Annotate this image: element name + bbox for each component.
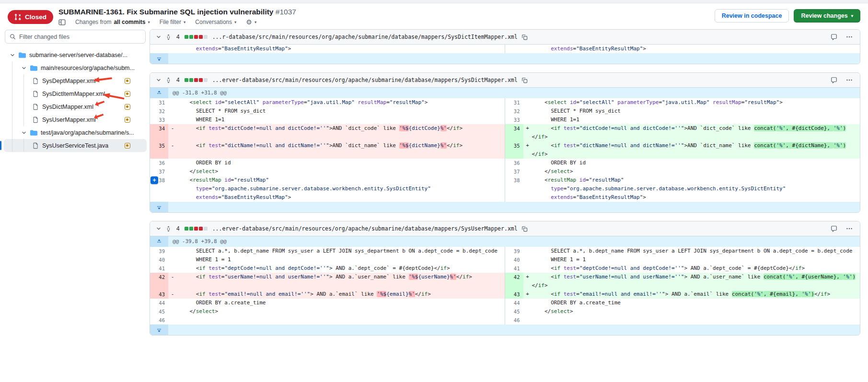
diff-marker <box>168 255 177 264</box>
old-code-cell: 46 <box>150 316 505 324</box>
file-icon <box>33 116 39 123</box>
code-line: <if test="dictName!=null and dictName!='… <box>177 141 505 159</box>
chevron-down-icon: ▾ <box>851 13 853 18</box>
file-path-link[interactable]: ...erver-database/src/main/resources/org… <box>212 225 518 232</box>
new-code-cell: 35+ <if test="dictName!=null and dictNam… <box>505 141 860 159</box>
line-number: 41 <box>150 264 168 273</box>
diff-marker <box>523 45 532 53</box>
expand-down-button[interactable] <box>150 53 168 64</box>
expand-up-button[interactable] <box>150 88 168 98</box>
line-number: 33 <box>505 116 523 124</box>
file-modified-icon <box>125 78 130 84</box>
code-line: WHERE 1 = 1 <box>532 255 860 264</box>
chevron-down-icon[interactable] <box>21 65 27 71</box>
collapse-file-chevron-icon[interactable] <box>156 226 162 232</box>
sidebar-item-submarine-server-server-database[interactable]: submarine-server/server-database/... <box>4 48 147 61</box>
code-line: <if test="userName!=null and userName!='… <box>177 273 505 290</box>
line-number: 39 <box>505 247 523 255</box>
line-number: 45 <box>150 307 168 316</box>
conversations-label: Conversations <box>195 19 232 25</box>
diff-settings-dropdown[interactable]: ⚙ ▾ <box>246 18 256 26</box>
diffstat-block-add <box>185 227 188 231</box>
sidebar-item-main-resources-org-apache-subm[interactable]: main/resources/org/apache/subm... <box>4 61 147 74</box>
pr-title-text: SUBMARINE-1361. Fix Submarine SQL inject… <box>58 8 273 16</box>
line-number: 40 <box>505 255 523 264</box>
tree-item-label: SysUserServiceTest.java <box>42 142 108 149</box>
file-path-link[interactable]: ...erver-database/src/main/resources/org… <box>212 77 518 83</box>
line-number: 37 <box>505 167 523 176</box>
diff-marker: - <box>168 273 177 290</box>
chevron-down-icon[interactable] <box>10 52 15 58</box>
line-number: 43 <box>505 290 523 299</box>
sidebar-toggle-icon[interactable] <box>58 19 66 26</box>
code-line: WHERE 1 = 1 <box>177 255 505 264</box>
copy-path-icon[interactable] <box>521 77 528 83</box>
expand-down-button[interactable] <box>150 324 168 335</box>
line-number: 31 <box>505 98 523 107</box>
drag-handle-icon[interactable] <box>165 34 172 40</box>
diff-code-row: 32 SELECT * FROM sys_dict32 SELECT * FRO… <box>150 107 860 116</box>
expand-up-button[interactable] <box>150 236 168 247</box>
diffstat-block-none <box>204 227 208 231</box>
drag-handle-icon[interactable] <box>165 226 172 232</box>
code-line <box>532 316 860 324</box>
old-code-cell: 40 WHERE 1 = 1 <box>150 255 505 264</box>
file-filter-dropdown[interactable]: File filter ▾ <box>160 19 186 25</box>
collapse-file-chevron-icon[interactable] <box>156 77 162 83</box>
review-changes-button[interactable]: Review changes ▾ <box>794 9 860 23</box>
diff-marker <box>168 307 177 316</box>
copy-path-icon[interactable] <box>521 34 528 40</box>
diff-code-row: 35- <if test="dictName!=null and dictNam… <box>150 141 860 159</box>
code-line: </select> <box>177 307 505 316</box>
collapse-file-chevron-icon[interactable] <box>156 34 162 40</box>
sidebar-item-sysusermapper-xml[interactable]: SysUserMapper.xml <box>4 113 147 126</box>
filter-changed-files-input[interactable] <box>19 34 141 40</box>
line-number: 35 <box>505 141 523 159</box>
conversations-dropdown[interactable]: Conversations ▾ <box>195 19 236 25</box>
file-path-link[interactable]: ...r-database/src/main/resources/org/apa… <box>212 34 518 40</box>
comment-icon[interactable] <box>831 34 837 40</box>
code-line: </select> <box>177 167 505 176</box>
comment-icon[interactable] <box>831 77 837 83</box>
diff-marker: + <box>523 124 532 141</box>
copy-path-icon[interactable] <box>521 226 528 232</box>
diff-code-row: 34- <if test="dictCode!=null and dictCod… <box>150 124 860 141</box>
kebab-menu-icon[interactable] <box>846 77 853 83</box>
file-filter-box <box>5 30 146 44</box>
code-line: <if test="email!=null and email!=''"> AN… <box>177 290 505 299</box>
changes-from-dropdown[interactable]: Changes from all commits ▾ <box>75 19 150 25</box>
line-number <box>150 45 168 53</box>
line-number: 42 <box>505 273 523 290</box>
comment-icon[interactable] <box>831 225 837 232</box>
expand-down-button[interactable] <box>150 202 168 212</box>
code-line: </select> <box>532 307 860 316</box>
diff-code-row: 33 WHERE 1=133 WHERE 1=1 <box>150 116 860 124</box>
drag-handle-icon[interactable] <box>165 77 172 83</box>
chevron-down-icon[interactable] <box>21 130 27 136</box>
diff-marker <box>523 159 532 167</box>
sidebar-item-sysdeptmapper-xml[interactable]: SysDeptMapper.xml <box>4 74 147 87</box>
sidebar-item-sysdictitemmapper-xml[interactable]: SysDictItemMapper.xml <box>4 87 147 100</box>
tree-item-label: SysDeptMapper.xml <box>42 78 96 84</box>
diff-marker <box>168 176 177 202</box>
new-code-cell: 37 </select> <box>505 167 860 176</box>
gear-icon: ⚙ <box>246 18 252 26</box>
code-line: <if test="dictCode!=null and dictCode!='… <box>177 124 505 141</box>
pr-header: Closed SUBMARINE-1361. Fix Submarine SQL… <box>0 3 868 28</box>
code-line: <resultMap id="resultMap" type="org.apac… <box>532 176 860 202</box>
new-code-cell: 32 SELECT * FROM sys_dict <box>505 107 860 116</box>
line-number: 41 <box>505 264 523 273</box>
code-line: <resultMap id="resultMap" type="org.apac… <box>177 176 505 202</box>
sidebar-item-sysdictmapper-xml[interactable]: SysDictMapper.xml <box>4 100 147 113</box>
sidebar-item-test-java-org-apache-submarine-s[interactable]: test/java/org/apache/submarine/s... <box>4 126 147 139</box>
old-code-cell: 39 SELECT a.*, b.dept_name FROM sys_user… <box>150 247 505 255</box>
kebab-menu-icon[interactable] <box>846 225 853 232</box>
expand-diff-row <box>150 53 860 64</box>
review-in-codespace-button[interactable]: Review in codespace <box>715 9 789 23</box>
code-line: SELECT * FROM sys_dict <box>177 107 505 116</box>
code-line: <select id="selectAll" parameterType="ja… <box>177 98 505 107</box>
diff-code-row: 42- <if test="userName!=null and userNam… <box>150 273 860 290</box>
sidebar-item-sysuserservicetest-java[interactable]: SysUserServiceTest.java <box>4 139 147 152</box>
add-comment-button[interactable]: + <box>150 176 158 184</box>
kebab-menu-icon[interactable] <box>846 34 853 40</box>
